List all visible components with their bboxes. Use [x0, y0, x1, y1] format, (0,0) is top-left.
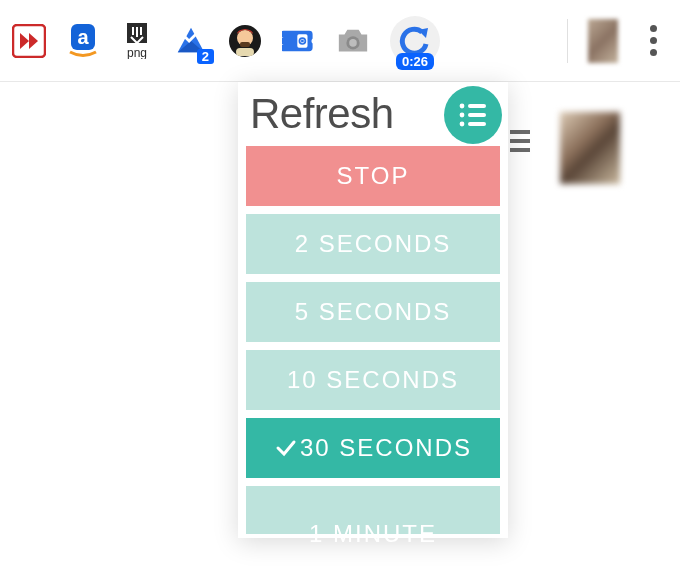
svg-rect-18 — [468, 122, 486, 126]
option-label: 1 MINUTE — [309, 520, 437, 548]
png-download-icon[interactable]: png — [120, 24, 154, 58]
list-icon — [457, 102, 489, 128]
page-content: Refresh STOP 2 SECONDS 5 SECONDS — [0, 82, 680, 581]
popup-title: Refresh — [250, 90, 394, 138]
svg-point-15 — [460, 113, 465, 118]
popup-menu-button[interactable] — [444, 86, 502, 144]
toolbar-separator — [567, 19, 568, 63]
option-label: STOP — [337, 162, 410, 190]
hamburger-icon[interactable] — [510, 130, 530, 152]
option-label: 5 SECONDS — [295, 298, 452, 326]
svg-rect-16 — [468, 113, 486, 117]
option-label: 30 SECONDS — [300, 434, 472, 462]
overflow-menu-icon[interactable] — [638, 25, 668, 56]
svg-point-13 — [460, 104, 465, 109]
option-1-minute[interactable]: 1 MINUTE — [246, 486, 500, 534]
browser-toolbar: a png 2 — [0, 0, 680, 82]
inbox-badge: 2 — [197, 49, 214, 64]
camera-icon[interactable] — [336, 24, 370, 58]
inbox-icon[interactable]: 2 — [174, 24, 208, 58]
svg-text:a: a — [77, 26, 89, 48]
png-label: png — [127, 46, 147, 59]
svg-point-17 — [460, 122, 465, 127]
option-2-seconds[interactable]: 2 SECONDS — [246, 214, 500, 274]
profile-avatar[interactable] — [588, 19, 618, 63]
user-avatar[interactable] — [560, 112, 620, 184]
svg-point-12 — [349, 39, 357, 47]
option-10-seconds[interactable]: 10 SECONDS — [246, 350, 500, 410]
svg-rect-14 — [468, 104, 486, 108]
svg-rect-10 — [301, 39, 304, 42]
popup-options: STOP 2 SECONDS 5 SECONDS 10 SECONDS 30 S… — [238, 146, 508, 534]
avatar-extension-icon[interactable] — [228, 24, 262, 58]
popup-header: Refresh — [238, 82, 508, 146]
fastforward-icon[interactable] — [12, 24, 46, 58]
timer-badge: 0:26 — [396, 53, 434, 70]
coupon-icon[interactable] — [282, 24, 316, 58]
option-5-seconds[interactable]: 5 SECONDS — [246, 282, 500, 342]
option-label: 10 SECONDS — [287, 366, 459, 394]
amazon-assistant-icon[interactable]: a — [66, 24, 100, 58]
option-stop[interactable]: STOP — [246, 146, 500, 206]
svg-rect-7 — [236, 48, 254, 56]
refresh-popup: Refresh STOP 2 SECONDS 5 SECONDS — [238, 82, 508, 538]
check-icon — [274, 436, 298, 460]
svg-rect-6 — [240, 42, 250, 47]
option-label: 2 SECONDS — [295, 230, 452, 258]
refresh-icon[interactable]: 0:26 — [390, 16, 440, 66]
option-30-seconds[interactable]: 30 SECONDS — [246, 418, 500, 478]
